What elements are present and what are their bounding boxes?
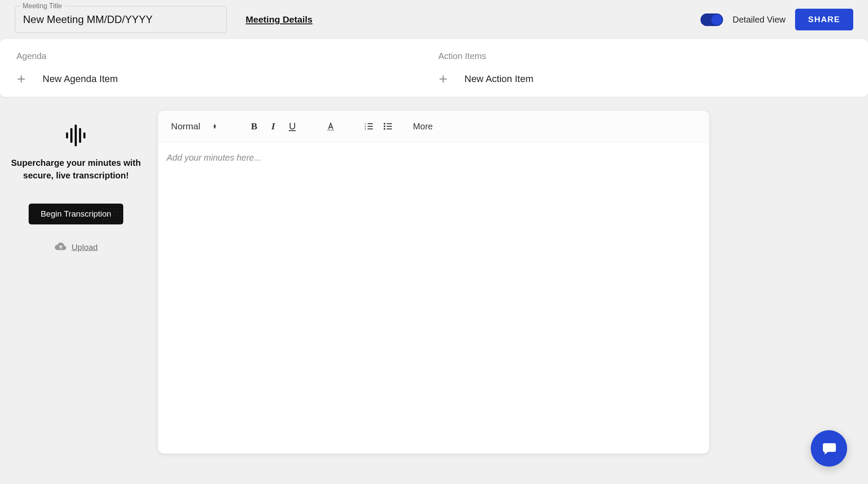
underline-button[interactable]: U [286,119,299,133]
agenda-heading: Agenda [16,51,430,61]
minutes-editor: Normal ▲▼ B I U 123 [158,111,709,454]
meeting-title-field: Meeting Title [15,6,227,33]
toggle-knob [711,14,722,25]
unordered-list-button[interactable] [381,119,395,133]
agenda-panel: Agenda New Agenda Item [16,51,430,85]
plus-icon [438,74,448,84]
chevron-updown-icon: ▲▼ [213,124,217,129]
format-group: B I U [247,119,299,133]
add-agenda-label: New Agenda Item [43,73,118,85]
svg-rect-6 [75,125,77,146]
text-style-picker[interactable]: Normal ▲▼ [171,121,223,132]
promo-line-2: secure, live transcription! [23,171,128,180]
text-color-button[interactable] [324,119,338,133]
lower-area: Supercharge your minutes with secure, li… [0,97,868,454]
meeting-title-input[interactable] [15,6,227,33]
plus-icon [16,74,26,84]
editor-body[interactable]: Add your minutes here... [158,142,709,454]
soundwave-icon [64,123,88,148]
ordered-list-button[interactable]: 123 [362,119,376,133]
upload-label: Upload [72,243,98,252]
share-button[interactable]: SHARE [795,9,853,30]
svg-rect-5 [70,128,72,143]
action-items-panel: Action Items New Action Item [438,51,852,85]
svg-text:3: 3 [365,128,366,130]
help-chat-button[interactable] [811,430,847,467]
add-agenda-item[interactable]: New Agenda Item [16,73,430,85]
svg-rect-7 [79,128,81,143]
action-items-heading: Action Items [438,51,852,61]
svg-rect-8 [83,132,85,138]
detailed-view-toggle[interactable] [700,13,723,26]
editor-toolbar: Normal ▲▼ B I U 123 [158,111,709,142]
transcription-panel: Supercharge your minutes with secure, li… [0,111,152,253]
italic-button[interactable]: I [266,119,280,133]
items-row: Agenda New Agenda Item Action Items New … [0,39,868,97]
promo-line-1: Supercharge your minutes with [11,158,141,168]
top-bar-right: Detailed View SHARE [700,9,853,30]
editor-placeholder: Add your minutes here... [167,153,261,162]
bold-button[interactable]: B [247,119,261,133]
detailed-view-label: Detailed View [733,15,786,25]
cloud-upload-icon [54,242,67,253]
add-action-item[interactable]: New Action Item [438,73,852,85]
meeting-title-label: Meeting Title [20,2,65,10]
more-button[interactable]: More [413,122,433,132]
meeting-details-link[interactable]: Meeting Details [246,14,312,25]
text-style-label: Normal [171,121,201,132]
add-action-label: New Action Item [464,73,533,85]
svg-point-20 [384,123,385,125]
svg-point-22 [384,128,385,130]
svg-rect-10 [327,129,334,131]
svg-rect-4 [66,132,68,138]
list-group: 123 [362,119,395,133]
transcription-promo: Supercharge your minutes with secure, li… [0,157,152,182]
svg-point-21 [384,125,385,127]
begin-transcription-button[interactable]: Begin Transcription [29,204,124,224]
top-bar: Meeting Title Meeting Details Detailed V… [0,0,868,39]
chat-icon [820,440,838,457]
upload-link[interactable]: Upload [0,242,152,253]
